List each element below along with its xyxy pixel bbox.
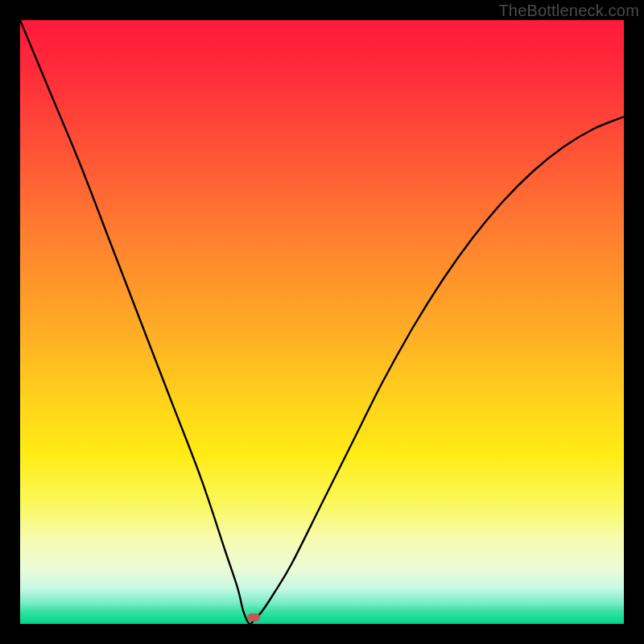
- plot-frame: [20, 20, 624, 624]
- watermark-text: TheBottleneck.com: [498, 2, 639, 20]
- minimum-marker: [247, 613, 260, 621]
- bottleneck-curve: [20, 20, 624, 624]
- curve-path: [20, 20, 624, 624]
